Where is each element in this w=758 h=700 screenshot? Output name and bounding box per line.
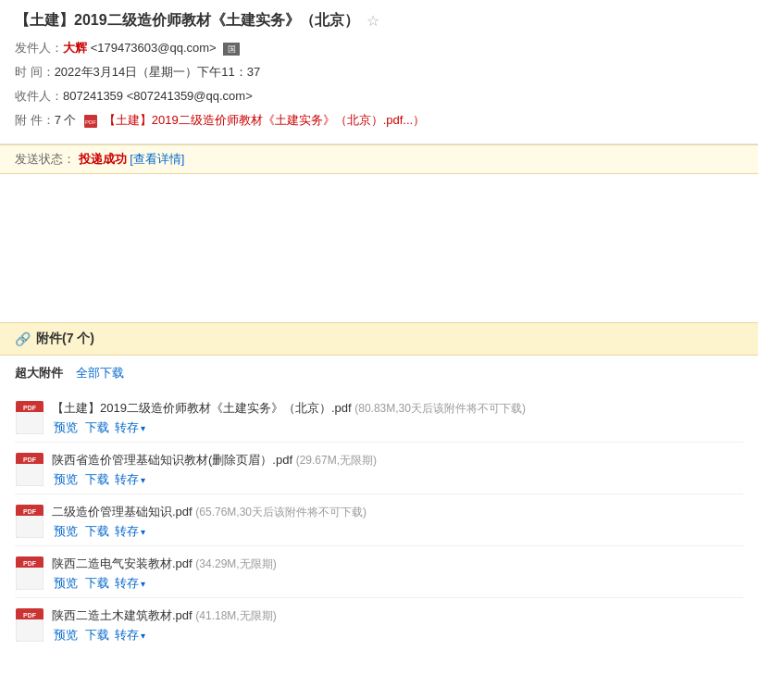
svg-text:PDF: PDF bbox=[23, 456, 37, 463]
attachment-actions-3: 预览 下载 转存▾ bbox=[52, 523, 743, 540]
preview-link-2[interactable]: 预览 bbox=[52, 471, 80, 488]
save-link-5[interactable]: 转存▾ bbox=[115, 627, 145, 644]
date-row: 时 间： 2022年3月14日（星期一）下午11：37 bbox=[15, 62, 743, 82]
preview-link-3[interactable]: 预览 bbox=[52, 523, 80, 540]
from-value: 大辉 <179473603@qq.com> 国 bbox=[63, 38, 240, 58]
attachment-item-5: PDF 陕西二造土木建筑教材.pdf (41.18M,无限期) 预览 下载 转存… bbox=[15, 602, 743, 649]
pdf-icon-inline: PDF bbox=[83, 113, 104, 127]
attachment-actions-2: 预览 下载 转存▾ bbox=[52, 471, 743, 488]
status-label: 发送状态： bbox=[15, 152, 75, 166]
status-success-text: 投递成功 bbox=[79, 152, 127, 166]
email-title-row: 【土建】2019二级造价师教材《土建实务》（北京） ☆ bbox=[15, 11, 743, 31]
attachment-info-2: 陕西省造价管理基础知识教材(删除页眉）.pdf (29.67M,无限期) 预览 … bbox=[52, 452, 743, 488]
to-label: 收件人： bbox=[15, 86, 63, 106]
attachments-title: 附件(7 个) bbox=[36, 331, 94, 347]
save-link-1[interactable]: 转存▾ bbox=[115, 419, 145, 436]
preview-link-5[interactable]: 预览 bbox=[52, 627, 80, 644]
attachment-item-2: PDF 陕西省造价管理基础知识教材(删除页眉）.pdf (29.67M,无限期)… bbox=[15, 446, 743, 494]
star-icon[interactable]: ☆ bbox=[367, 12, 379, 30]
svg-text:PDF: PDF bbox=[23, 560, 37, 567]
attachment-actions-1: 预览 下载 转存▾ bbox=[52, 419, 743, 436]
email-header: 【土建】2019二级造价师教材《土建实务》（北京） ☆ 发件人： 大辉 <179… bbox=[0, 0, 758, 144]
email-title: 【土建】2019二级造价师教材《土建实务》（北京） bbox=[15, 11, 359, 31]
attachment-item-4: PDF 陕西二造电气安装教材.pdf (34.29M,无限期) 预览 下载 转存… bbox=[15, 550, 743, 598]
attachment-actions-4: 预览 下载 转存▾ bbox=[52, 575, 743, 592]
download-link-3[interactable]: 下载 bbox=[83, 523, 111, 540]
attachment-count-value: 7 个 bbox=[55, 113, 77, 127]
attachment-row: 附 件： 7 个 PDF 【土建】2019二级造价师教材《土建实务》（北京）.p… bbox=[15, 110, 743, 131]
svg-text:PDF: PDF bbox=[23, 508, 37, 515]
attachment-item-1: PDF 【土建】2019二级造价师教材《土建实务》（北京）.pdf (80.83… bbox=[15, 394, 743, 443]
preview-link-4[interactable]: 预览 bbox=[52, 575, 80, 592]
pdf-file-icon-2: PDF bbox=[15, 452, 44, 487]
pdf-file-icon-4: PDF bbox=[15, 556, 44, 591]
paperclip-icon: 🔗 bbox=[15, 331, 31, 346]
attachment-name-1: 【土建】2019二级造价师教材《土建实务》（北京）.pdf (80.83M,30… bbox=[52, 400, 743, 417]
oversized-label: 超大附件 bbox=[15, 366, 63, 380]
attachment-name-3: 二级造价管理基础知识.pdf (65.76M,30天后该附件将不可下载) bbox=[52, 504, 743, 520]
attachment-info-5: 陕西二造土木建筑教材.pdf (41.18M,无限期) 预览 下载 转存▾ bbox=[52, 607, 743, 644]
oversized-row: 超大附件 全部下载 bbox=[15, 365, 743, 385]
attachment-label: 附 件： bbox=[15, 110, 55, 131]
attachments-body: 超大附件 全部下载 PDF 【土建】2019二级造价师教材《土建实务》（北京）.… bbox=[0, 356, 758, 662]
status-detail-link[interactable]: [查看详情] bbox=[130, 152, 184, 166]
preview-link-1[interactable]: 预览 bbox=[52, 419, 80, 436]
date-value: 2022年3月14日（星期一）下午11：37 bbox=[55, 62, 261, 82]
attachment-info-3: 二级造价管理基础知识.pdf (65.76M,30天后该附件将不可下载) 预览 … bbox=[52, 504, 743, 540]
save-arrow-5: ▾ bbox=[141, 631, 145, 641]
to-row: 收件人： 807241359 <807241359@qq.com> bbox=[15, 86, 743, 106]
sender-name[interactable]: 大辉 bbox=[63, 41, 87, 55]
save-arrow-1: ▾ bbox=[141, 423, 145, 433]
save-arrow-3: ▾ bbox=[141, 527, 145, 537]
save-link-4[interactable]: 转存▾ bbox=[115, 575, 145, 592]
save-arrow-4: ▾ bbox=[141, 579, 145, 589]
attachment-count: 7 个 PDF 【土建】2019二级造价师教材《土建实务》（北京）.pdf...… bbox=[55, 110, 426, 131]
attachment-info-4: 陕西二造电气安装教材.pdf (34.29M,无限期) 预览 下载 转存▾ bbox=[52, 556, 743, 592]
download-link-4[interactable]: 下载 bbox=[83, 575, 111, 592]
save-link-3[interactable]: 转存▾ bbox=[115, 523, 145, 540]
attachment-name-2: 陕西省造价管理基础知识教材(删除页眉）.pdf (29.67M,无限期) bbox=[52, 452, 743, 469]
to-value: 807241359 <807241359@qq.com> bbox=[63, 86, 253, 106]
svg-text:PDF: PDF bbox=[23, 405, 37, 411]
pdf-file-icon-5: PDF bbox=[15, 607, 44, 643]
attachment-name-5: 陕西二造土木建筑教材.pdf (41.18M,无限期) bbox=[52, 607, 743, 624]
save-link-2[interactable]: 转存▾ bbox=[115, 471, 145, 488]
from-row: 发件人： 大辉 <179473603@qq.com> 国 bbox=[15, 38, 743, 58]
sender-email: <179473603@qq.com> bbox=[91, 41, 217, 55]
status-bar: 发送状态： 投递成功 [查看详情] bbox=[0, 144, 758, 174]
attachment-info-1: 【土建】2019二级造价师教材《土建实务》（北京）.pdf (80.83M,30… bbox=[52, 400, 743, 436]
date-label: 时 间： bbox=[15, 62, 55, 82]
attachment-name-4: 陕西二造电气安装教材.pdf (34.29M,无限期) bbox=[52, 556, 743, 572]
email-body bbox=[0, 174, 758, 322]
pdf-file-icon-3: PDF bbox=[15, 504, 44, 539]
svg-text:PDF: PDF bbox=[85, 119, 96, 125]
download-link-1[interactable]: 下载 bbox=[83, 419, 111, 436]
download-link-5[interactable]: 下载 bbox=[83, 627, 111, 644]
svg-text:PDF: PDF bbox=[23, 612, 37, 619]
attachment-item-3: PDF 二级造价管理基础知识.pdf (65.76M,30天后该附件将不可下载)… bbox=[15, 498, 743, 546]
download-link-2[interactable]: 下载 bbox=[83, 471, 111, 488]
pdf-file-icon-1: PDF bbox=[15, 400, 44, 435]
from-label: 发件人： bbox=[15, 38, 63, 58]
attachments-header: 🔗 附件(7 个) bbox=[0, 322, 758, 356]
download-all-link[interactable]: 全部下载 bbox=[76, 366, 124, 380]
sender-card-icon: 国 bbox=[223, 43, 240, 56]
attachment-preview-text: 【土建】2019二级造价师教材《土建实务》（北京）.pdf...） bbox=[104, 113, 425, 127]
save-arrow-2: ▾ bbox=[141, 475, 145, 485]
attachment-actions-5: 预览 下载 转存▾ bbox=[52, 627, 743, 644]
